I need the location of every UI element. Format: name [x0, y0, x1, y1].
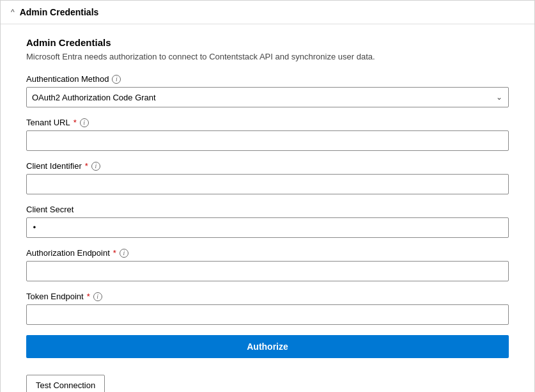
auth-endpoint-group: Authorization Endpoint * i [26, 248, 509, 281]
tenant-url-group: Tenant URL * i [26, 118, 509, 151]
auth-method-select-wrapper: OAuth2 Authorization Code Grant ⌄ [26, 87, 509, 107]
client-id-required: * [85, 161, 88, 171]
token-endpoint-label: Token Endpoint * i [26, 292, 509, 301]
auth-method-label: Authentication Method i [26, 74, 509, 84]
tenant-url-label-text: Tenant URL [26, 118, 70, 127]
token-endpoint-label-text: Token Endpoint [26, 292, 84, 301]
tenant-url-input[interactable] [26, 130, 509, 151]
auth-endpoint-required: * [113, 248, 116, 258]
chevron-up-icon: ^ [11, 8, 15, 17]
auth-endpoint-label-text: Authorization Endpoint [26, 248, 110, 258]
tenant-url-label: Tenant URL * i [26, 118, 509, 127]
admin-credentials-panel: ^ Admin Credentials Admin Credentials Mi… [0, 0, 535, 392]
tenant-url-required: * [74, 118, 77, 127]
client-secret-group: Client Secret [26, 205, 509, 238]
section-header-title: Admin Credentials [20, 7, 99, 17]
client-secret-label-text: Client Secret [26, 205, 74, 214]
auth-method-info-icon[interactable]: i [112, 75, 121, 84]
auth-endpoint-label: Authorization Endpoint * i [26, 248, 509, 258]
token-endpoint-input[interactable] [26, 304, 509, 325]
token-endpoint-group: Token Endpoint * i [26, 292, 509, 325]
authorize-button[interactable]: Authorize [26, 335, 509, 358]
section-body: Admin Credentials Microsoft Entra needs … [1, 24, 534, 392]
auth-endpoint-input[interactable] [26, 261, 509, 281]
section-header[interactable]: ^ Admin Credentials [1, 1, 534, 24]
client-id-info-icon[interactable]: i [91, 162, 100, 171]
client-id-label-text: Client Identifier [26, 161, 82, 171]
client-id-input[interactable] [26, 174, 509, 194]
client-secret-input[interactable] [26, 217, 509, 238]
token-endpoint-info-icon[interactable]: i [93, 292, 102, 301]
auth-method-select[interactable]: OAuth2 Authorization Code Grant [26, 87, 509, 107]
auth-endpoint-info-icon[interactable]: i [120, 249, 128, 258]
client-id-group: Client Identifier * i [26, 161, 509, 194]
auth-method-label-text: Authentication Method [26, 74, 109, 84]
form-title: Admin Credentials [26, 37, 509, 48]
tenant-url-info-icon[interactable]: i [80, 118, 89, 127]
test-connection-button[interactable]: Test Connection [26, 375, 105, 392]
client-secret-label: Client Secret [26, 205, 509, 214]
client-id-label: Client Identifier * i [26, 161, 509, 171]
token-endpoint-required: * [87, 292, 90, 301]
auth-method-group: Authentication Method i OAuth2 Authoriza… [26, 74, 509, 107]
form-description: Microsoft Entra needs authorization to c… [26, 52, 509, 61]
test-connection-btn-group: Test Connection [26, 375, 509, 392]
authorize-btn-group: Authorize [26, 335, 509, 365]
